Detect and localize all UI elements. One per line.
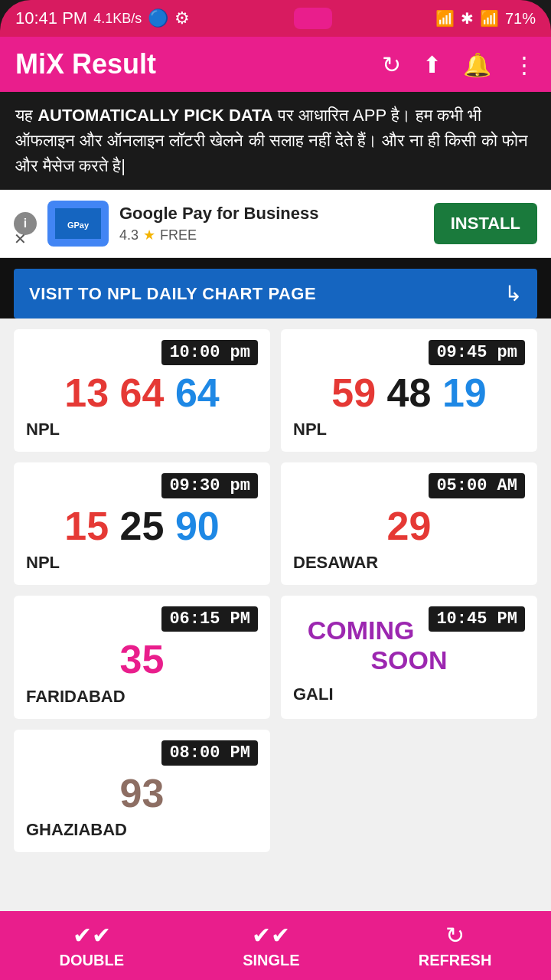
num-25: 25 [120, 504, 175, 548]
results-grid: 10:00 pm 13 64 64 NPL 09:45 pm 59 48 19 … [14, 329, 537, 852]
num-48: 48 [387, 371, 442, 415]
nav-single[interactable]: ✔✔ SINGLE [243, 922, 299, 969]
result-numbers-desawar: 29 [293, 505, 525, 548]
num-64b: 64 [175, 371, 220, 415]
phone-shell: 10:41 PM 4.1KB/s 🔵 ⚙ 📶 ✱ 📶 71% MiX Resul… [0, 0, 551, 980]
nav-refresh[interactable]: ↻ REFRESH [419, 922, 492, 969]
result-label-npl-930pm: NPL [26, 553, 258, 573]
result-time-ghaziabad: 08:00 PM [161, 740, 258, 766]
result-card-desawar: 05:00 AM 29 DESAWAR [281, 462, 537, 585]
status-bar: 10:41 PM 4.1KB/s 🔵 ⚙ 📶 ✱ 📶 71% [0, 0, 551, 37]
result-label-gali: GALI [293, 684, 525, 704]
ad-text: Google Pay for Business 4.3 ★ FREE [119, 204, 423, 243]
notification-button[interactable]: 🔔 [463, 51, 491, 78]
ad-close-button[interactable]: ✕ [14, 230, 27, 248]
nav-double[interactable]: ✔✔ DOUBLE [60, 922, 124, 969]
nav-single-label: SINGLE [243, 952, 299, 969]
signal-icon: 📶 [480, 9, 499, 28]
refresh-nav-icon: ↻ [445, 922, 465, 949]
wifi-icon: 📶 [435, 9, 455, 28]
result-label-desawar: DESAWAR [293, 553, 525, 573]
ad-banner: i ✕ GPay Google Pay for Business 4.3 ★ F… [0, 190, 551, 258]
num-29: 29 [387, 504, 432, 548]
visit-text: VISIT TO NPL DAILY CHART PAGE [29, 284, 316, 304]
ad-install-button[interactable]: INSTALL [434, 203, 537, 244]
app-bar-actions: ↻ ⬆ 🔔 ⋮ [382, 51, 536, 78]
bluetooth-icon: ✱ [461, 9, 474, 28]
nav-double-label: DOUBLE [60, 952, 124, 969]
svg-text:GPay: GPay [67, 220, 90, 230]
result-card-npl-10pm: 10:00 pm 13 64 64 NPL [14, 329, 270, 452]
result-card-npl-945pm: 09:45 pm 59 48 19 NPL [281, 329, 537, 452]
main-content: 10:00 pm 13 64 64 NPL 09:45 pm 59 48 19 … [0, 318, 551, 939]
battery-text: 71% [505, 10, 536, 28]
num-19: 19 [442, 371, 487, 415]
share-button[interactable]: ⬆ [422, 51, 442, 78]
result-label-faridabad: FARIDABAD [26, 687, 258, 707]
single-check-icon: ✔✔ [252, 922, 290, 949]
ad-star-icon: ★ [143, 227, 155, 243]
notice-text-prefix: यह [15, 106, 37, 125]
result-time-desawar: 05:00 AM [429, 473, 525, 498]
settings-icon: ⚙ [174, 8, 190, 28]
num-15: 15 [64, 504, 119, 548]
ad-tag: FREE [160, 227, 197, 243]
result-label-npl-10pm: NPL [26, 420, 258, 439]
ad-logo: GPay [47, 201, 109, 247]
result-numbers-ghaziabad: 93 [26, 772, 258, 815]
status-time: 10:41 PM [15, 8, 87, 28]
num-90: 90 [175, 504, 220, 548]
result-card-gali: 10:45 PM COMING SOON GALI [281, 596, 537, 718]
num-59: 59 [331, 371, 386, 415]
ad-rating: 4.3 [119, 227, 139, 243]
result-time-npl-945pm: 09:45 pm [429, 340, 525, 365]
result-card-ghaziabad: 08:00 PM 93 GHAZIABAD [14, 730, 270, 852]
status-network: 4.1KB/s [93, 11, 142, 27]
result-label-npl-945pm: NPL [293, 420, 525, 439]
result-card-faridabad: 06:15 PM 35 FARIDABAD [14, 596, 270, 718]
result-card-npl-930pm: 09:30 pm 15 25 90 NPL [14, 462, 270, 585]
result-numbers-npl-930pm: 15 25 90 [26, 505, 258, 548]
bottom-nav: ✔✔ DOUBLE ✔✔ SINGLE ↻ REFRESH [0, 911, 551, 980]
result-label-ghaziabad: GHAZIABAD [26, 820, 258, 840]
result-time-npl-930pm: 09:30 pm [161, 473, 258, 498]
num-13: 13 [64, 371, 119, 415]
result-numbers-faridabad: 35 [26, 638, 258, 681]
visit-banner[interactable]: VISIT TO NPL DAILY CHART PAGE ↳ [14, 269, 537, 318]
ad-meta: 4.3 ★ FREE [119, 227, 423, 243]
result-numbers-npl-945pm: 59 48 19 [293, 371, 525, 415]
notice-bold: AUTOMATICALLY PICK DATA [37, 106, 273, 125]
visit-arrow-icon: ↳ [504, 281, 522, 306]
refresh-button[interactable]: ↻ [382, 51, 401, 78]
app-bar: MiX Result ↻ ⬆ 🔔 ⋮ [0, 37, 551, 92]
result-time-faridabad: 06:15 PM [161, 606, 258, 632]
nav-refresh-label: REFRESH [419, 952, 492, 969]
num-35: 35 [120, 637, 165, 681]
double-check-icon: ✔✔ [73, 922, 111, 949]
app-title: MiX Result [15, 48, 156, 80]
num-64a: 64 [120, 371, 175, 415]
menu-button[interactable]: ⋮ [513, 51, 536, 78]
notice-banner: यह AUTOMATICALLY PICK DATA पर आधारित APP… [0, 92, 551, 190]
num-93: 93 [120, 771, 165, 815]
ad-name: Google Pay for Business [119, 204, 423, 224]
result-numbers-npl-10pm: 13 64 64 [26, 371, 258, 415]
result-time-gali: 10:45 PM [429, 606, 525, 632]
data-icon: 🔵 [148, 8, 168, 28]
result-time-npl-10pm: 10:00 pm [161, 340, 258, 365]
